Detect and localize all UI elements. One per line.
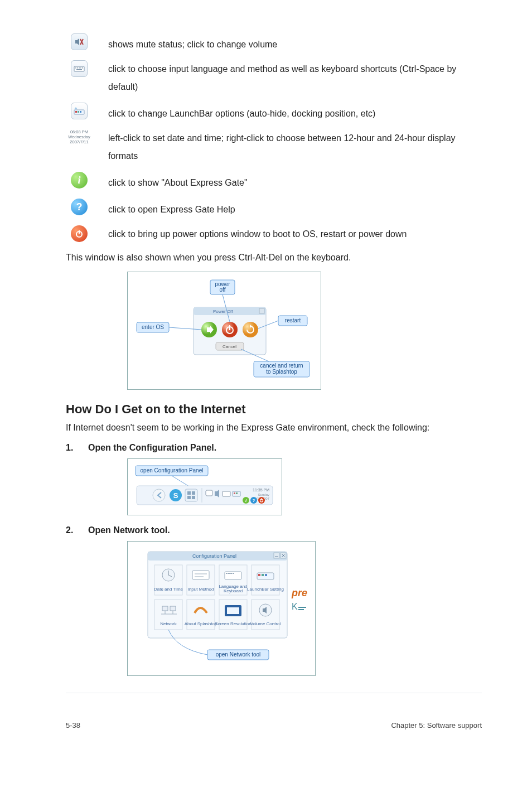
- callout-enter-os: enter OS: [137, 322, 201, 332]
- svg-rect-40: [192, 491, 195, 495]
- panel-close-icon[interactable]: [280, 553, 286, 558]
- svg-rect-12: [80, 111, 81, 113]
- tb-info-icon[interactable]: i: [243, 497, 249, 504]
- svg-rect-8: [76, 69, 82, 70]
- cell-network[interactable]: Network: [154, 600, 182, 630]
- cell-date-time[interactable]: Date and Time: [154, 565, 183, 595]
- keyboard-icon[interactable]: [71, 60, 88, 77]
- svg-text:Date and Time: Date and Time: [154, 587, 183, 592]
- page-footer: 5-38 Chapter 5: Software support: [0, 716, 532, 746]
- dialog-title: Power Off: [213, 309, 233, 314]
- power-off-button[interactable]: [222, 322, 238, 337]
- svg-rect-48: [236, 492, 238, 494]
- svg-rect-6: [80, 67, 81, 69]
- tb-config-panel-icon[interactable]: [185, 489, 197, 501]
- svg-text:enter OS: enter OS: [142, 324, 164, 330]
- svg-text:Network: Network: [160, 621, 177, 626]
- panel-minimize-icon[interactable]: [274, 553, 279, 558]
- svg-rect-87: [162, 606, 168, 611]
- svg-rect-44: [206, 490, 212, 496]
- config-panel-title: Configuration Panel: [192, 553, 236, 559]
- svg-text:LaunchBar Setting: LaunchBar Setting: [247, 587, 284, 592]
- step-2: 2. Open Network tool.: [66, 525, 482, 535]
- step-1-figure: open Configuration Panel S 11:35 PM Sund…: [127, 458, 482, 515]
- svg-rect-42: [192, 496, 195, 499]
- row-datetime: 06:08 PM Wednesday 2007/7/11 left-click …: [66, 129, 482, 165]
- svg-text:open Configuration Panel: open Configuration Panel: [141, 467, 204, 474]
- tb-help-icon[interactable]: ?: [250, 497, 257, 504]
- keyboard-hint-line: This window is also shown when you press…: [66, 250, 482, 266]
- launchbar-desc: click to change LaunchBar options (auto-…: [93, 103, 482, 123]
- svg-rect-11: [78, 111, 79, 113]
- step-2-figure: Configuration Panel Date and Time Input …: [127, 541, 482, 676]
- svg-rect-78: [233, 573, 234, 574]
- svg-rect-58: [274, 553, 279, 558]
- step-1: 1. Open the Configuration Panel.: [66, 443, 482, 453]
- svg-text:?: ?: [253, 498, 255, 503]
- about-desc: click to show "About Express Gate": [93, 172, 482, 192]
- svg-rect-84: [265, 574, 267, 576]
- svg-rect-4: [77, 67, 78, 69]
- section-heading: How Do I Get on to the Internet: [66, 402, 482, 417]
- cell-input-method[interactable]: Input Method: [187, 565, 215, 595]
- datetime-desc: left-click to set date and time; right-c…: [93, 129, 482, 165]
- footer-left: 5-38: [66, 721, 80, 729]
- row-help: ? click to open Express Gate Help: [66, 199, 482, 219]
- info-icon[interactable]: i: [71, 172, 88, 189]
- step-1-text: Open the Configuration Panel.: [88, 443, 216, 453]
- brand-fragment: pre: [291, 587, 307, 598]
- keyboard-desc: click to choose input language and metho…: [93, 60, 482, 96]
- cancel-button[interactable]: Cancel: [216, 342, 244, 350]
- svg-rect-77: [230, 573, 232, 574]
- tb-power-icon[interactable]: [258, 497, 265, 504]
- launchbar-options-icon[interactable]: [71, 103, 88, 119]
- tb-launchbar-icon[interactable]: [233, 491, 240, 496]
- power-icon[interactable]: [71, 225, 88, 242]
- cell-language-keyboard[interactable]: Language andKeyboard: [219, 565, 247, 595]
- cell-about-splashtop[interactable]: About Splashtop: [185, 600, 217, 630]
- tb-skype-icon[interactable]: S: [170, 489, 182, 501]
- svg-text:cancel and returnto Splashtop: cancel and returnto Splashtop: [260, 363, 303, 375]
- row-launchbar: click to change LaunchBar options (auto-…: [66, 103, 482, 123]
- row-keyboard: click to choose input language and metho…: [66, 60, 482, 96]
- svg-text:Screen Resolution: Screen Resolution: [215, 621, 251, 626]
- svg-rect-5: [79, 67, 80, 69]
- svg-rect-2: [74, 66, 84, 71]
- cell-screen-resolution[interactable]: Screen Resolution: [215, 600, 251, 630]
- cell-volume-control[interactable]: Volume Control: [250, 600, 281, 630]
- svg-text:Cancel: Cancel: [223, 344, 236, 349]
- svg-rect-88: [170, 606, 176, 611]
- help-icon[interactable]: ?: [71, 199, 88, 215]
- tb-back-icon[interactable]: [153, 489, 165, 501]
- row-power: click to bring up power options window t…: [66, 225, 482, 243]
- tb-net-icon[interactable]: [206, 490, 212, 496]
- mute-speaker-icon[interactable]: [71, 33, 88, 50]
- enter-os-button[interactable]: [201, 322, 217, 337]
- restart-button[interactable]: [243, 322, 258, 337]
- tb-time-line2: Sunday: [258, 493, 269, 496]
- step-2-text: Open Network tool.: [88, 525, 170, 535]
- svg-rect-76: [228, 573, 230, 574]
- svg-text:S: S: [173, 491, 178, 500]
- svg-rect-69: [192, 571, 209, 579]
- svg-rect-41: [187, 496, 191, 499]
- svg-rect-39: [187, 491, 191, 495]
- svg-text:restart: restart: [285, 317, 301, 323]
- svg-rect-3: [75, 67, 76, 69]
- tb-time-line1: 11:35 PM: [253, 488, 269, 492]
- svg-text:open Network tool: open Network tool: [216, 651, 261, 658]
- power-dialog-figure: Power Off Cancel poweroff enter OS: [127, 272, 482, 390]
- footer-right: Chapter 5: Software support: [391, 721, 482, 729]
- row-mute: shows mute status; click to change volum…: [66, 33, 482, 54]
- date-time-panel-icon[interactable]: 06:08 PM Wednesday 2007/7/11: [66, 129, 92, 144]
- section-intro: If Internet doesn't seem to be working i…: [66, 421, 482, 435]
- svg-rect-82: [258, 574, 260, 576]
- step-1-num: 1.: [66, 443, 88, 453]
- cell-launchbar-setting[interactable]: LaunchBar Setting: [247, 565, 284, 595]
- svg-rect-10: [75, 111, 77, 113]
- svg-text:Volume Control: Volume Control: [250, 621, 281, 626]
- svg-rect-38: [185, 489, 197, 501]
- footer-rule: [66, 693, 482, 693]
- brand-fragment-2: K: [292, 602, 298, 611]
- tb-keyboard-icon[interactable]: [223, 491, 230, 496]
